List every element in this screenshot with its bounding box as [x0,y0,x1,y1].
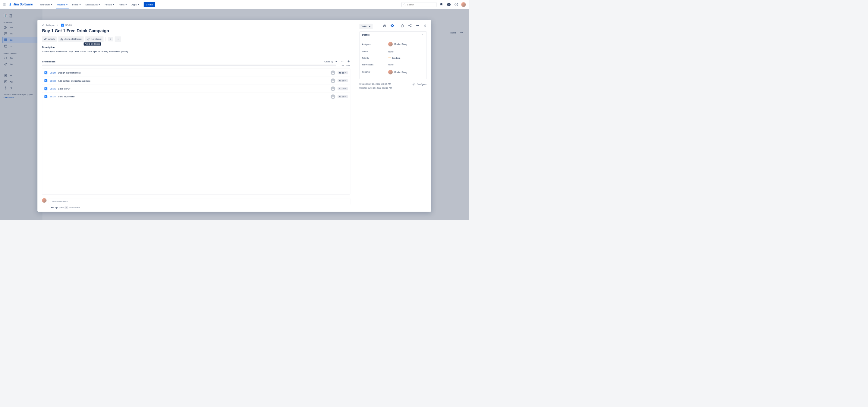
more-actions-icon[interactable] [415,24,419,27]
search-box[interactable] [401,2,436,7]
svg-rect-65 [45,96,46,97]
labels-value[interactable]: None [388,50,394,53]
unassigned-avatar-icon[interactable] [331,70,335,75]
jira-logo[interactable]: Jira Software [8,3,33,7]
nav-plans[interactable]: Plans [117,2,129,7]
fix-versions-value[interactable]: None [388,63,394,66]
add-epic-button[interactable]: Add epic [42,24,55,27]
lock-icon[interactable] [383,24,386,27]
child-issue-row[interactable]: SC-29 Design the flyer layout TO DO [42,69,350,77]
reporter-label: Reporter [362,71,388,73]
issue-modal: 1 Add epic / ✓ [37,20,431,212]
child-key[interactable]: SC-31 [50,87,56,90]
close-icon[interactable] [423,24,427,27]
priority-medium-icon [388,57,391,59]
svg-point-61 [333,80,333,81]
svg-point-49 [118,39,118,39]
chevron-up-icon [422,34,424,36]
priority-value[interactable]: Medium [388,57,401,59]
svg-point-5 [6,4,6,5]
unassigned-avatar-icon[interactable] [331,79,335,83]
svg-line-10 [405,5,405,5]
svg-point-36 [409,25,410,26]
child-key[interactable]: SC-30 [50,80,56,82]
link-dropdown-button[interactable] [108,37,113,41]
svg-point-2 [6,3,6,4]
unassigned-avatar-icon[interactable] [331,94,335,99]
reporter-value[interactable]: Rachel Tang [388,70,407,74]
details-header[interactable]: Details [360,32,427,38]
notifications-icon[interactable] [439,2,444,7]
create-button[interactable]: Create [144,2,155,7]
more-toolbar-button[interactable] [115,36,121,41]
settings-icon[interactable] [454,2,459,7]
search-input[interactable] [407,3,435,6]
add-child-icon[interactable] [347,60,350,63]
nav-projects[interactable]: Projects [56,2,69,7]
comment-protip: Pro tip: press M to comment [51,206,350,212]
nav-dashboards[interactable]: Dashboards [84,2,102,7]
svg-point-9 [404,4,405,5]
svg-point-41 [417,25,418,26]
status-dropdown[interactable]: To Do [359,24,373,29]
child-summary: Save to PDF [58,87,328,90]
child-issue-row[interactable]: SC-31 Save to PDF TO DO [42,85,350,93]
issue-title[interactable]: Buy 1 Get 1 Free Drink Campaign [42,28,350,33]
subtask-icon [44,95,48,98]
help-icon[interactable]: ? [446,2,452,7]
child-key[interactable]: SC-29 [50,72,56,74]
child-summary: Design the flyer layout [58,71,328,74]
nav-apps[interactable]: Apps [130,2,141,7]
add-child-issue-button[interactable]: Add a child issue [58,36,84,41]
user-avatar[interactable] [461,2,466,7]
child-key[interactable]: SC-34 [50,96,56,98]
subtask-icon [44,87,48,90]
nav-your-work[interactable]: Your work [38,2,54,7]
child-issue-row[interactable]: SC-34 Send to printers! TO DO [42,93,350,101]
child-status[interactable]: TO DO [338,87,348,90]
logo-text: Jira Software [13,3,33,6]
order-by-dropdown[interactable]: Order by [324,60,337,63]
watch-button[interactable]: 1 [390,24,397,28]
svg-point-6 [4,5,4,6]
link-issue-button[interactable]: Link issue [85,36,104,41]
issue-key-link[interactable]: ✓ SC-28 [61,24,71,27]
child-issues-list: SC-29 Design the flyer layout TO DO SC-3… [42,69,350,194]
nav-filters[interactable]: Filters [70,2,82,7]
svg-point-1 [4,3,5,4]
nav-people[interactable]: People [103,2,116,7]
svg-text:?: ? [448,3,450,6]
child-issue-row[interactable]: SC-30 Add content and restaurant logo TO… [42,77,350,85]
top-navigation: Jira Software Your work Projects Filters… [0,0,469,9]
configure-button[interactable]: Configure [412,82,427,86]
details-panel: Details Assignee Rachel Tang Labels None [359,31,427,79]
add-child-tooltip: Add a child issue [84,42,101,45]
svg-rect-56 [45,72,46,73]
child-progress-text: 0% Done [341,64,350,67]
like-icon[interactable] [401,24,404,27]
share-icon[interactable] [408,24,412,27]
subtask-icon [44,71,48,74]
app-switcher-icon[interactable] [3,3,7,7]
attach-button[interactable]: Attach [42,36,57,41]
reporter-avatar [388,70,393,74]
assignee-value[interactable]: Rachel Tang [388,42,407,46]
description-text[interactable]: Create flyers to advertise "Buy 1 Get 1 … [42,50,350,53]
child-issues-more-icon[interactable] [340,60,344,63]
unassigned-avatar-icon[interactable] [331,87,335,91]
child-status[interactable]: TO DO [338,95,348,98]
svg-rect-60 [46,81,47,82]
svg-line-38 [409,25,410,25]
svg-rect-46 [61,39,61,40]
description-label: Description [42,46,350,49]
child-summary: Send to printers! [58,96,328,98]
svg-point-48 [117,39,117,39]
child-summary: Add content and restaurant logo [58,80,328,82]
svg-point-52 [342,61,342,62]
child-status[interactable]: TO DO [338,79,348,82]
comment-input[interactable]: Add a comment... [49,198,350,205]
child-status[interactable]: TO DO [338,71,348,74]
svg-rect-63 [46,89,47,90]
svg-point-50 [119,39,119,39]
svg-point-3 [4,4,4,5]
